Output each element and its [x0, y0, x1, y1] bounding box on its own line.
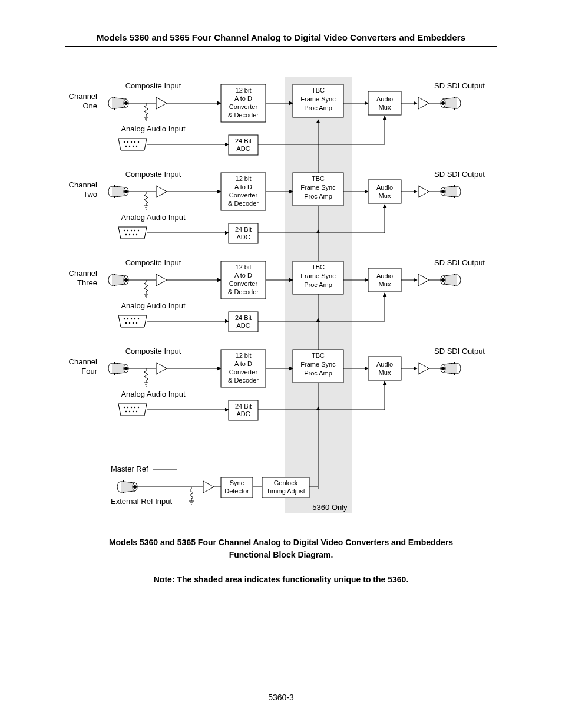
svg-text:Proc Amp: Proc Amp — [304, 281, 332, 288]
composite-input-label: Composite Input — [125, 258, 181, 267]
svg-text:One: One — [82, 101, 97, 110]
svg-text:12 bit: 12 bit — [236, 175, 252, 182]
svg-text:Timing Adjust: Timing Adjust — [266, 487, 305, 495]
svg-text:Channel: Channel — [69, 269, 98, 278]
note: Note: The shaded area indicates function… — [0, 575, 562, 584]
analog-audio-label: Analog Audio Input — [121, 124, 186, 133]
svg-text:Three: Three — [77, 278, 97, 287]
resistor-ref-icon — [189, 487, 194, 505]
svg-text:12 bit: 12 bit — [236, 87, 252, 94]
analog-audio-label: Analog Audio Input — [121, 213, 186, 222]
amp-out-icon — [418, 97, 429, 109]
bnc-connector-icon — [108, 185, 128, 198]
amp-out-icon — [418, 186, 429, 197]
composite-input-label: Composite Input — [125, 170, 181, 179]
svg-text:Proc Amp: Proc Amp — [304, 104, 332, 111]
svg-text:Converter: Converter — [229, 368, 258, 375]
svg-text:ADC: ADC — [236, 322, 250, 329]
amp-out-icon — [418, 363, 429, 374]
svg-text:Proc Amp: Proc Amp — [304, 193, 332, 200]
svg-text:Master Ref: Master Ref — [111, 465, 148, 473]
svg-text:TBC: TBC — [312, 87, 325, 94]
sdi-output-label: SD SDI Output — [434, 347, 485, 355]
svg-text:Frame Sync: Frame Sync — [300, 361, 336, 368]
amp-out-icon — [418, 274, 429, 286]
bnc-output-icon — [441, 185, 461, 198]
channel-two: Channel Two Composite Input 12 bit A to … — [69, 170, 485, 243]
svg-text:Frame Sync: Frame Sync — [300, 272, 336, 279]
bnc-connector-icon — [108, 97, 128, 110]
resistor-icon — [144, 368, 148, 386]
sdi-output-label: SD SDI Output — [434, 258, 485, 267]
svg-text:Mux: Mux — [379, 104, 391, 111]
svg-text:Genlock: Genlock — [274, 479, 298, 486]
svg-text:ADC: ADC — [236, 233, 250, 241]
svg-text:Channel: Channel — [69, 180, 98, 189]
svg-text:12 bit: 12 bit — [236, 263, 252, 271]
channel-four: Channel Four Composite Input 12 bit A to… — [69, 347, 485, 420]
svg-text:24 Bit: 24 Bit — [235, 403, 252, 410]
channel-three: Channel Three Composite Input 12 bit A t… — [69, 258, 485, 332]
svg-text:Audio: Audio — [376, 184, 393, 191]
svg-text:Converter: Converter — [229, 280, 258, 287]
bnc-ref-icon — [117, 480, 137, 493]
svg-text:12 bit: 12 bit — [236, 352, 252, 359]
svg-text:Frame Sync: Frame Sync — [300, 95, 336, 103]
resistor-icon — [144, 280, 148, 298]
sdi-output-label: SD SDI Output — [434, 170, 485, 179]
svg-text:Converter: Converter — [229, 103, 258, 110]
svg-text:& Decoder: & Decoder — [228, 200, 259, 207]
sdi-output-label: SD SDI Output — [434, 81, 485, 90]
audio-connector-icon — [118, 139, 147, 150]
svg-text:Sync: Sync — [230, 479, 244, 486]
svg-text:Audio: Audio — [376, 95, 393, 103]
svg-text:Channel: Channel — [69, 357, 98, 366]
svg-text:& Decoder: & Decoder — [228, 288, 259, 295]
svg-text:A to D: A to D — [234, 272, 252, 279]
amp-icon — [156, 274, 167, 286]
svg-text:5360 Only: 5360 Only — [312, 503, 348, 512]
svg-text:Frame Sync: Frame Sync — [300, 184, 336, 191]
svg-text:Converter: Converter — [229, 192, 258, 199]
svg-text:Mux: Mux — [379, 281, 391, 288]
svg-text:24 Bit: 24 Bit — [235, 314, 252, 321]
amp-icon — [156, 363, 167, 374]
svg-text:A to D: A to D — [234, 360, 252, 367]
audio-mux-box — [368, 357, 401, 380]
svg-text:24 Bit: 24 Bit — [235, 137, 252, 144]
svg-text:A to D: A to D — [234, 183, 252, 190]
page-header: Models 5360 and 5365 Four Channel Analog… — [65, 32, 497, 47]
amp-ref-icon — [203, 481, 214, 493]
svg-text:Mux: Mux — [379, 369, 391, 376]
caption: Models 5360 and 5365 Four Channel Analog… — [0, 536, 562, 561]
svg-text:Detector: Detector — [224, 487, 249, 495]
svg-text:ADC: ADC — [236, 410, 250, 417]
svg-text:TBC: TBC — [312, 175, 325, 182]
audio-mux-box — [368, 180, 401, 203]
svg-text:& Decoder: & Decoder — [228, 377, 259, 384]
svg-text:ADC: ADC — [236, 145, 250, 152]
svg-text:Two: Two — [83, 190, 97, 199]
audio-connector-icon — [118, 315, 147, 327]
svg-text:Mux: Mux — [379, 192, 391, 199]
bnc-output-icon — [441, 274, 461, 286]
bnc-output-icon — [441, 362, 461, 375]
svg-text:Audio: Audio — [376, 361, 393, 368]
resistor-icon — [144, 103, 148, 121]
svg-text:A to D: A to D — [234, 95, 252, 102]
audio-mux-box — [368, 268, 401, 292]
svg-text:& Decoder: & Decoder — [228, 111, 259, 118]
svg-text:Channel: Channel — [69, 92, 98, 101]
page-number: 5360-3 — [0, 693, 562, 702]
svg-text:TBC: TBC — [312, 263, 325, 271]
composite-input-label: Composite Input — [125, 81, 181, 90]
bnc-output-icon — [441, 97, 461, 110]
amp-icon — [156, 97, 167, 109]
bnc-connector-icon — [108, 274, 128, 286]
svg-text:External Ref Input: External Ref Input — [111, 497, 172, 506]
analog-audio-label: Analog Audio Input — [121, 301, 186, 310]
amp-icon — [156, 186, 167, 197]
svg-text:24 Bit: 24 Bit — [235, 226, 252, 233]
audio-connector-icon — [118, 227, 147, 239]
svg-text:Proc Amp: Proc Amp — [304, 370, 332, 377]
